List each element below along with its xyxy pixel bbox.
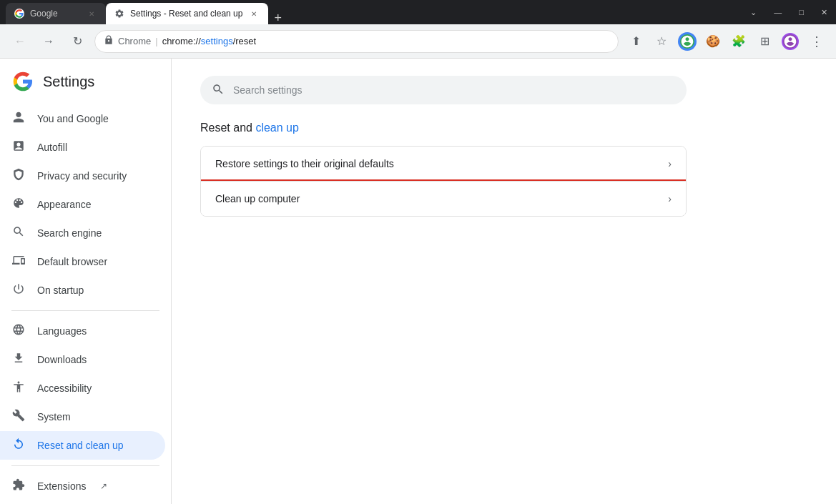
tab-google-close[interactable]: ✕	[86, 8, 97, 19]
close-window-button[interactable]: ✕	[818, 6, 830, 19]
tab-google[interactable]: Google ✕	[6, 3, 106, 24]
page-title-normal: Reset and	[200, 122, 255, 134]
accessibility-icon	[11, 380, 26, 397]
sidebar-label-you-and-google: You and Google	[37, 113, 109, 124]
reload-icon: ↻	[73, 34, 82, 48]
sidebar-item-autofill[interactable]: Autofill	[0, 133, 165, 162]
sidebar-item-appearance[interactable]: Appearance	[0, 190, 165, 219]
nav-icons: ⬆ ☆ 🍪 🧩 ⊞ ⋮	[624, 30, 827, 53]
tabs-area: Google ✕ Settings - Reset and clean up ✕…	[6, 0, 287, 24]
sidebar-label-appearance: Appearance	[37, 199, 92, 210]
tab-settings[interactable]: Settings - Reset and clean up ✕	[106, 3, 268, 24]
system-icon	[11, 409, 26, 425]
sidebar-label-downloads: Downloads	[37, 354, 87, 365]
sidebar-item-downloads[interactable]: Downloads	[0, 345, 165, 374]
lock-icon	[104, 35, 114, 47]
share-button[interactable]: ⬆	[624, 30, 647, 53]
sidebar-item-default-browser[interactable]: Default browser	[0, 247, 165, 276]
sidebar-icon: ⊞	[760, 34, 769, 48]
default-browser-icon	[11, 254, 26, 270]
tab-settings-label: Settings - Reset and clean up	[130, 9, 242, 19]
sidebar: Settings You and Google Autofill Privacy…	[0, 59, 172, 504]
sidebar-label-autofill: Autofill	[37, 142, 67, 153]
sidebar-item-search-engine[interactable]: Search engine	[0, 219, 165, 247]
settings-favicon	[114, 9, 124, 19]
sidebar-item-system[interactable]: System	[0, 402, 165, 431]
maximize-button[interactable]: □	[796, 6, 807, 19]
sidebar-item-accessibility[interactable]: Accessibility	[0, 374, 165, 402]
settings-card: Restore settings to their original defau…	[200, 146, 687, 217]
restore-settings-arrow: ›	[668, 158, 672, 169]
title-bar: Google ✕ Settings - Reset and clean up ✕…	[0, 0, 836, 24]
address-bar[interactable]: Chrome | chrome://settings/reset	[94, 30, 619, 53]
search-bar[interactable]: Search settings	[200, 76, 687, 104]
puzzle-icon: 🧩	[732, 34, 746, 48]
cookies-icon: 🍪	[706, 34, 720, 48]
page-title-highlight: clean up	[255, 122, 299, 134]
sidebar-item-extensions[interactable]: Extensions ↗	[0, 472, 165, 500]
menu-button[interactable]: ⋮	[805, 30, 827, 53]
sidebar-label-default-browser: Default browser	[37, 256, 107, 267]
cookies-button[interactable]: 🍪	[702, 30, 724, 53]
sidebar-label-accessibility: Accessibility	[37, 382, 92, 394]
bookmark-button[interactable]: ☆	[650, 30, 673, 53]
restore-settings-label: Restore settings to their original defau…	[215, 158, 394, 169]
google-account-button[interactable]	[676, 30, 699, 53]
google-favicon	[14, 9, 24, 19]
search-engine-icon	[11, 225, 26, 242]
autofill-icon	[11, 139, 26, 156]
restore-settings-row[interactable]: Restore settings to their original defau…	[201, 147, 686, 181]
extensions-sidebar-icon	[11, 478, 26, 495]
sidebar-toggle-button[interactable]: ⊞	[753, 30, 776, 53]
person-icon	[11, 111, 26, 127]
reload-button[interactable]: ↻	[66, 30, 89, 53]
minimize-button[interactable]: —	[771, 6, 785, 19]
user-avatar	[782, 33, 799, 50]
new-tab-button[interactable]: +	[268, 11, 287, 24]
forward-icon: →	[43, 35, 54, 48]
sidebar-label-privacy: Privacy and security	[37, 170, 127, 182]
settings-header: Settings	[0, 64, 171, 104]
address-separator: |	[155, 36, 157, 46]
tab-google-label: Google	[30, 9, 58, 19]
startup-icon	[11, 282, 26, 299]
window-controls: ⌄ — □ ✕	[747, 6, 830, 19]
page-title: Reset and clean up	[200, 122, 807, 134]
downloads-icon	[11, 352, 26, 368]
search-bar-container: Search settings	[200, 76, 807, 104]
shield-icon	[11, 168, 26, 184]
clean-up-computer-row[interactable]: Clean up computer ›	[201, 181, 686, 216]
profile-button[interactable]	[779, 30, 802, 53]
nav-bar: ← → ↻ Chrome | chrome://settings/reset ⬆…	[0, 24, 836, 59]
clean-up-computer-label: Clean up computer	[215, 193, 300, 204]
languages-icon	[11, 323, 26, 340]
sidebar-item-privacy[interactable]: Privacy and security	[0, 162, 165, 190]
settings-title: Settings	[43, 74, 94, 90]
tab-list-button[interactable]: ⌄	[747, 6, 759, 19]
google-logo-icon	[11, 70, 34, 93]
back-icon: ←	[14, 35, 26, 48]
external-link-icon: ↗	[100, 481, 107, 491]
forward-button[interactable]: →	[37, 30, 60, 53]
content-area: Search settings Reset and clean up Resto…	[172, 59, 836, 504]
sidebar-divider-2	[11, 465, 159, 466]
google-avatar	[678, 32, 697, 51]
sidebar-item-languages[interactable]: Languages	[0, 317, 165, 345]
sidebar-label-languages: Languages	[37, 325, 87, 337]
clean-up-arrow: ›	[668, 193, 672, 204]
extensions-nav-button[interactable]: 🧩	[727, 30, 750, 53]
back-button[interactable]: ←	[9, 30, 31, 53]
share-icon: ⬆	[631, 34, 641, 48]
search-icon	[212, 83, 225, 98]
sidebar-label-reset: Reset and clean up	[37, 440, 124, 451]
sidebar-label-search-engine: Search engine	[37, 227, 102, 239]
sidebar-item-you-and-google[interactable]: You and Google	[0, 104, 165, 133]
tab-settings-close[interactable]: ✕	[248, 8, 260, 19]
menu-icon: ⋮	[810, 34, 822, 49]
sidebar-item-on-startup[interactable]: On startup	[0, 276, 165, 305]
search-placeholder: Search settings	[233, 84, 303, 96]
chrome-label: Chrome	[118, 36, 151, 46]
sidebar-item-reset-and-clean-up[interactable]: Reset and clean up	[0, 431, 165, 460]
appearance-icon	[11, 197, 26, 213]
sidebar-label-system: System	[37, 411, 71, 423]
